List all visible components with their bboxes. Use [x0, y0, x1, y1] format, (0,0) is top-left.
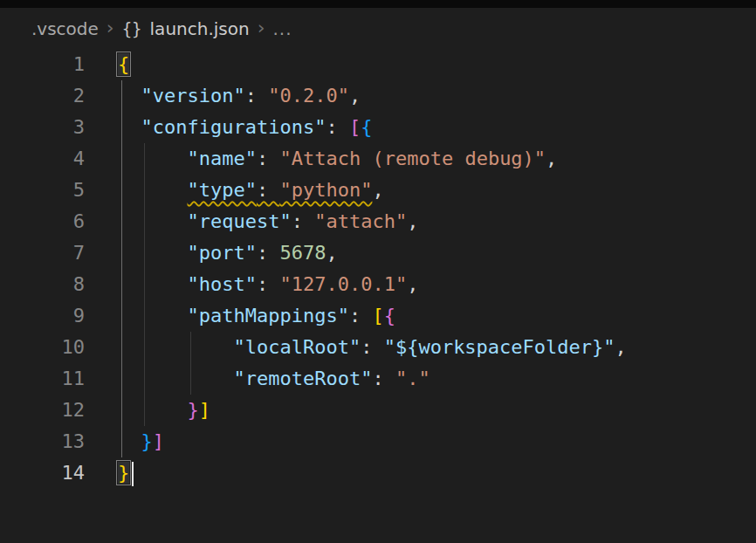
line-content[interactable]: "name": "Attach (remote debug)", — [85, 143, 756, 175]
token-string: "." — [395, 368, 430, 389]
token-bracket3: } — [141, 430, 153, 452]
line-number[interactable]: 11 — [0, 363, 85, 395]
code-line-13[interactable]: 13 }] — [0, 426, 756, 457]
line-number[interactable]: 12 — [0, 395, 85, 426]
token-punct: , — [407, 273, 418, 295]
indent-whitespace — [118, 210, 187, 232]
code-line-8[interactable]: 8 "host": "127.0.0.1", — [0, 269, 756, 300]
line-number[interactable]: 5 — [0, 175, 85, 206]
token-variable: "${workspaceFolder}" — [384, 336, 615, 358]
token-key: "localRoot" — [233, 336, 361, 358]
line-content[interactable]: }] — [85, 426, 756, 457]
line-content[interactable]: "request": "attach", — [85, 206, 756, 237]
indent-guide — [144, 332, 145, 363]
line-number[interactable]: 3 — [0, 112, 85, 143]
line-content[interactable]: "remoteRoot": "." — [85, 363, 756, 395]
line-content[interactable]: "port": 5678, — [85, 237, 756, 269]
code-editor[interactable]: 1{2 "version": "0.2.0",3 "configurations… — [0, 49, 756, 543]
code-line-9[interactable]: 9 "pathMappings": [{ — [0, 300, 756, 332]
code-line-6[interactable]: 6 "request": "attach", — [0, 206, 756, 237]
token-key: "configurations" — [141, 116, 326, 138]
breadcrumb-file[interactable]: launch.json — [150, 18, 250, 39]
token-key: "remoteRoot" — [233, 368, 372, 389]
token-bracket2: ] — [153, 430, 164, 452]
code-line-5[interactable]: 5 "type": "python", — [0, 175, 756, 206]
indent-guide — [121, 300, 122, 332]
indent-guide — [121, 426, 122, 457]
line-number[interactable]: 7 — [0, 237, 85, 269]
line-number[interactable]: 6 — [0, 206, 85, 237]
line-number[interactable]: 4 — [0, 143, 85, 175]
token-key: "pathMappings" — [187, 305, 348, 326]
breadcrumb-folder[interactable]: .vscode — [31, 18, 99, 39]
token-punct: : — [257, 273, 280, 295]
token-punct: : — [257, 242, 280, 264]
token-bracket2: { — [384, 305, 395, 326]
indent-guide — [121, 395, 122, 426]
token-punct: : — [372, 368, 395, 389]
token-key: "port" — [187, 242, 256, 264]
line-number[interactable]: 14 — [0, 457, 85, 489]
breadcrumb-symbol[interactable]: ... — [272, 18, 292, 39]
line-number[interactable]: 9 — [0, 300, 85, 332]
token-string: "Attach (remote debug)" — [279, 148, 546, 169]
line-content[interactable]: "pathMappings": [{ — [85, 300, 756, 332]
token-string-warning: "python" — [279, 179, 372, 201]
line-content[interactable]: { — [85, 49, 756, 80]
token-punct: , — [349, 85, 361, 107]
indent-whitespace — [118, 273, 187, 295]
line-content[interactable]: "localRoot": "${workspaceFolder}", — [85, 332, 756, 363]
indent-guide — [144, 395, 145, 426]
breadcrumb-separator-icon: › — [258, 18, 265, 38]
code-line-4[interactable]: 4 "name": "Attach (remote debug)", — [0, 143, 756, 175]
code-line-3[interactable]: 3 "configurations": [{ — [0, 112, 756, 143]
token-key: "request" — [187, 210, 291, 232]
line-content[interactable]: "type": "python", — [85, 175, 756, 206]
token-bracket2: } — [187, 399, 198, 421]
token-punct: : — [245, 85, 269, 107]
line-number[interactable]: 8 — [0, 269, 85, 300]
code-line-11[interactable]: 11 "remoteRoot": "." — [0, 363, 756, 395]
token-string: "0.2.0" — [268, 85, 349, 107]
breadcrumb: .vscode › {} launch.json › ... — [0, 8, 756, 49]
code-line-1[interactable]: 1{ — [0, 49, 756, 80]
line-number[interactable]: 1 — [0, 49, 85, 80]
token-bracket3: { — [361, 116, 372, 138]
line-content[interactable]: "host": "127.0.0.1", — [85, 269, 756, 300]
code-line-10[interactable]: 10 "localRoot": "${workspaceFolder}", — [0, 332, 756, 363]
line-number[interactable]: 10 — [0, 332, 85, 363]
line-content[interactable]: } — [85, 457, 756, 489]
line-number[interactable]: 13 — [0, 426, 85, 457]
indent-guide — [144, 237, 145, 269]
code-line-12[interactable]: 12 }] — [0, 395, 756, 426]
indent-whitespace — [118, 148, 187, 169]
indent-guide — [144, 175, 145, 206]
token-bracket1: ] — [199, 399, 210, 421]
line-content[interactable]: "configurations": [{ — [85, 112, 756, 143]
line-number[interactable]: 2 — [0, 80, 85, 112]
token-punct-warning: : — [257, 179, 280, 201]
indent-guide — [121, 112, 122, 143]
indent-guide — [144, 300, 145, 332]
indent-guide — [144, 206, 145, 237]
token-string: "attach" — [314, 210, 407, 232]
token-key-warning: "type" — [187, 179, 256, 201]
token-punct: , — [326, 242, 337, 264]
indent-guide — [121, 80, 122, 112]
line-content[interactable]: }] — [85, 395, 756, 426]
token-punct: , — [615, 336, 627, 358]
indent-whitespace — [118, 336, 233, 358]
indent-guide — [121, 332, 122, 363]
code-line-7[interactable]: 7 "port": 5678, — [0, 237, 756, 269]
token-string: "127.0.0.1" — [279, 273, 407, 295]
token-bracket1: { — [118, 53, 129, 75]
indent-whitespace — [118, 242, 187, 264]
indent-guide — [190, 363, 191, 395]
token-bracket1: } — [118, 462, 129, 484]
code-line-2[interactable]: 2 "version": "0.2.0", — [0, 80, 756, 112]
code-line-14[interactable]: 14} — [0, 457, 756, 489]
indent-whitespace — [118, 305, 187, 326]
indent-whitespace — [118, 399, 187, 421]
indent-guide — [121, 237, 122, 269]
line-content[interactable]: "version": "0.2.0", — [85, 80, 756, 112]
